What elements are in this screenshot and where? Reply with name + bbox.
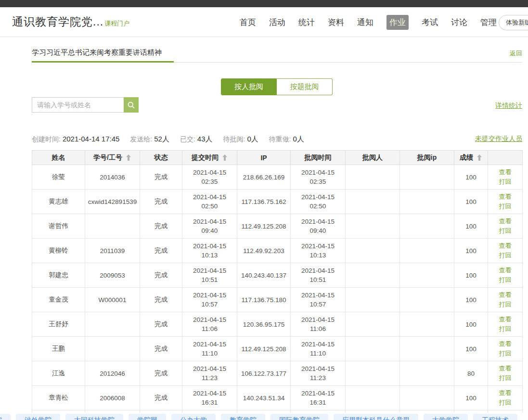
nav-item-3[interactable]: 资料 [328, 17, 344, 28]
date-line: 2021-04-15 [182, 266, 237, 275]
nav-item-1[interactable]: 活动 [269, 17, 285, 28]
sort-arrow-icon[interactable] [476, 154, 482, 161]
nav-item-7[interactable]: 讨论 [451, 17, 467, 28]
send-back-link[interactable]: 打回 [488, 398, 522, 407]
view-link[interactable]: 查看 [488, 290, 522, 300]
related-link-9[interactable]: 工程技术 [473, 414, 517, 420]
cell-status: 完成 [140, 312, 182, 337]
cell-score: 100 [454, 190, 488, 214]
send-back-link[interactable]: 打回 [488, 275, 522, 285]
related-link-5[interactable]: 教育学院 [221, 414, 265, 420]
cell-actions: 查看打回 [488, 190, 523, 214]
send-back-link[interactable]: 打回 [488, 373, 522, 383]
view-link[interactable]: 查看 [488, 364, 522, 373]
time-line: 11:10 [182, 349, 237, 358]
nav-item-5[interactable]: 作业 [386, 15, 409, 30]
table-row: 王鹏完成2021-04-1511:10112.49.125.2082021-04… [32, 337, 523, 361]
table-row: 江逸2012046完成2021-04-1511:23106.122.73.177… [32, 361, 523, 386]
nav-item-6[interactable]: 考试 [422, 17, 438, 28]
main-nav: 首页活动统计资料通知作业考试讨论管理 [240, 7, 497, 37]
view-link[interactable]: 查看 [488, 266, 522, 275]
cell-review-time: 2021-04-1511:06 [291, 312, 346, 337]
time-line: 02:35 [291, 177, 345, 186]
cell-student-id: 2011039 [85, 239, 140, 263]
send-back-link[interactable]: 打回 [488, 251, 522, 260]
back-link[interactable]: 返回 [510, 49, 522, 58]
view-link[interactable]: 查看 [488, 315, 522, 324]
meta-value: 2021-04-14 17:45 [63, 135, 119, 143]
search-input[interactable] [32, 97, 124, 113]
time-line: 02:50 [182, 202, 237, 211]
meta-label: 待批阅: [223, 135, 245, 143]
nav-item-2[interactable]: 统计 [298, 17, 315, 28]
cell-submit-time: 2021-04-1502:50 [182, 190, 237, 214]
view-link[interactable]: 查看 [488, 216, 522, 226]
send-back-link[interactable]: 打回 [488, 324, 522, 334]
date-line: 2021-04-15 [182, 315, 237, 324]
column-header-8[interactable]: 成绩 [454, 151, 488, 165]
meta-item-1: 发送给:52人 [130, 135, 169, 144]
send-back-link[interactable]: 打回 [488, 300, 522, 309]
column-header-3[interactable]: 提交时间 [182, 151, 237, 165]
cell-actions: 查看打回 [488, 288, 523, 312]
related-link-3[interactable]: 学院网 [129, 414, 166, 420]
nav-item-4[interactable]: 通知 [357, 17, 373, 28]
tab-0[interactable]: 按人批阅 [221, 78, 277, 95]
cell-reviewer [346, 288, 400, 312]
cell-reviewer [346, 214, 400, 239]
related-link-8[interactable]: 大学学院 [424, 414, 468, 420]
time-line: 11:23 [291, 373, 345, 382]
view-link[interactable]: 查看 [488, 192, 522, 202]
site-header: 通识教育学院党...课程门户 首页活动统计资料通知作业考试讨论管理 体验新版 [0, 7, 528, 37]
send-back-link[interactable]: 打回 [488, 177, 522, 187]
related-links-bar: 学院涉外学院大同科技学院学院网公办大学教育学院国际教育学院应用型本科是什么意思大… [0, 413, 528, 420]
column-header-5: 批阅时间 [291, 151, 346, 165]
date-line: 2021-04-15 [182, 242, 237, 251]
search-button[interactable] [124, 97, 139, 113]
meta-item-4: 待重做:0人 [269, 135, 304, 144]
time-line: 09:40 [291, 226, 345, 235]
related-link-1[interactable]: 涉外学院 [16, 414, 60, 420]
cell-student-id [85, 337, 140, 361]
new-version-button[interactable]: 体验新版 [499, 15, 528, 30]
cell-status: 完成 [140, 386, 182, 410]
detail-stats-link[interactable]: 详情统计 [495, 102, 522, 110]
date-line: 2021-04-15 [291, 192, 345, 202]
meta-item-0: 创建时间:2021-04-14 17:45 [32, 135, 119, 144]
cell-student-id: 2014036 [85, 165, 140, 190]
related-link-7[interactable]: 应用型本科是什么意思 [334, 414, 418, 420]
nav-item-0[interactable]: 首页 [240, 17, 256, 28]
cell-actions: 查看打回 [488, 361, 523, 386]
related-link-2[interactable]: 大同科技学院 [65, 414, 123, 420]
review-tabs: 按人批阅按题批阅 [221, 78, 333, 95]
sort-arrow-icon[interactable] [126, 154, 131, 161]
related-link-0[interactable]: 学院 [0, 414, 11, 420]
not-submitted-link[interactable]: 未提交作业人员 [475, 135, 522, 143]
meta-item-2: 已交:43人 [180, 135, 213, 144]
tab-1[interactable]: 按题批阅 [277, 78, 333, 95]
cell-actions: 查看打回 [488, 386, 523, 410]
cell-name: 章青松 [32, 386, 85, 410]
send-back-link[interactable]: 打回 [488, 226, 522, 236]
cell-score: 100 [454, 386, 488, 410]
related-link-4[interactable]: 公办大学 [171, 414, 216, 420]
cell-score: 100 [454, 337, 488, 361]
time-line: 11:23 [182, 373, 237, 382]
send-back-link[interactable]: 打回 [488, 202, 522, 211]
time-line: 10:13 [182, 251, 237, 260]
brand-title: 通识教育学院党... [12, 15, 103, 28]
column-header-0: 姓名 [32, 151, 85, 165]
cell-review-time: 2021-04-1510:13 [291, 239, 346, 263]
view-link[interactable]: 查看 [488, 388, 522, 398]
view-link[interactable]: 查看 [488, 167, 522, 177]
nav-item-8[interactable]: 管理 [480, 17, 497, 28]
view-link[interactable]: 查看 [488, 241, 522, 251]
table-header-row: 姓名学号/工号状态提交时间IP批阅时间批阅人批阅ip成绩 [32, 151, 523, 165]
cell-status: 完成 [140, 263, 182, 288]
related-link-6[interactable]: 国际教育学院 [270, 414, 328, 420]
cell-name: 童金茂 [32, 288, 85, 312]
sort-arrow-icon[interactable] [222, 154, 228, 161]
send-back-link[interactable]: 打回 [488, 349, 522, 358]
column-header-1[interactable]: 学号/工号 [85, 151, 140, 165]
view-link[interactable]: 查看 [488, 339, 522, 349]
